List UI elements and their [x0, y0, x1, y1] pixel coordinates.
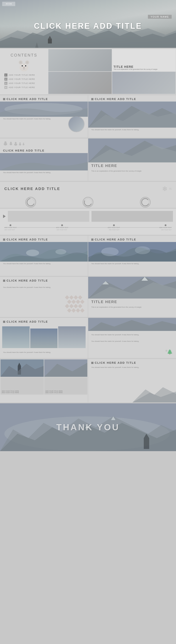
contents-right: TITLE HERE This is an explanation of the… — [48, 49, 176, 94]
slide-2a-title[interactable]: CLICK HERE ADD TITLE — [3, 149, 44, 152]
svg-marker-54 — [69, 304, 74, 308]
title-icon-3a — [3, 238, 5, 241]
tree-icon: 🌲 — [167, 349, 173, 355]
slide-3b-title[interactable]: CLICK HERE ADD TITLE — [95, 238, 136, 241]
svg-point-13 — [26, 61, 28, 64]
svg-rect-80 — [144, 438, 149, 449]
slide-half-1b: CLICK HERE ADD TITLE You should have the… — [88, 95, 176, 138]
slide-half-4b: TITLE HERE This is an explanation of the… — [88, 277, 176, 317]
slide-2b-image — [88, 138, 176, 162]
slide-5a-title[interactable]: CLICK HERE ADD TITLE — [7, 320, 48, 323]
timeline-img-2 — [91, 211, 173, 222]
thankyou-text[interactable]: THANK YOU — [56, 422, 120, 432]
slide-2a-image — [0, 153, 88, 170]
slide-6b-title[interactable]: CLICK HERE ADD TITLE — [95, 361, 136, 364]
slide-5b-body2: You should have the realm for yourself. … — [88, 339, 176, 344]
contents-item-2: 2 ADD YOUR TITLE HERE — [4, 78, 44, 81]
svg-point-11 — [23, 66, 25, 69]
slide-full-1: CLICK HERE ADD TITLE ❄ 01 ADD YOUR TEXT … — [0, 182, 176, 208]
hero-name-badge[interactable]: YOUR NAME — [148, 15, 172, 19]
title-icon-3b — [91, 238, 93, 241]
contents-cell-3 — [48, 72, 112, 94]
slide-row-2: CLICK HERE ADD TITLE You should have the… — [0, 138, 176, 181]
contents-list: 1 ADD YOUR TITLE HERE 2 ADD YOUR TITLE H… — [4, 74, 44, 90]
slide-4b-title[interactable]: TITLE HERE — [91, 300, 117, 304]
progress-circle-1: ADD YOUR TEXT — [25, 197, 37, 208]
svg-marker-57 — [67, 308, 71, 313]
slide-half-2b: TITLE HERE This is an explanation of the… — [88, 138, 176, 181]
slide-3a-body: You should have the realm for yourself. … — [0, 262, 88, 266]
full-1-title-row: CLICK HERE ADD TITLE ❄ 01 — [0, 182, 176, 194]
app-logo: 演示文稿 — [2, 2, 15, 6]
svg-point-20 — [4, 141, 7, 144]
slide-row-5: CLICK HERE ADD TITLE You should have the… — [0, 318, 176, 358]
slide-4a-title-row: CLICK HERE ADD TITLE — [0, 277, 88, 283]
timeline-text-2: ADD YOUR TEXT — [56, 227, 68, 228]
svg-marker-58 — [71, 308, 76, 313]
svg-point-38 — [142, 198, 149, 206]
v-strip-3 — [58, 326, 86, 348]
slide-1b-title[interactable]: CLICK HERE ADD TITLE — [95, 98, 136, 101]
svg-point-23 — [14, 144, 17, 146]
svg-point-43 — [101, 248, 119, 256]
timeline-item-4: ADD YOUR TEXT — [159, 224, 172, 228]
slide-4b-title-row: TITLE HERE — [88, 298, 176, 305]
timeline-sub-2: ADD YOUR TEXT — [57, 229, 67, 230]
hero-title[interactable]: CLICK HERE ADD TITLE — [34, 22, 142, 31]
mountain-silhouette — [132, 385, 176, 402]
zigzag-pattern — [65, 295, 85, 313]
slide-3b-body: You should have the realm for yourself. … — [88, 262, 176, 266]
img-grid-cell-4: ADD YOUR TITLE HERE ADD YOUR TITLE HERE — [44, 377, 88, 394]
v-strip-2 — [30, 328, 58, 348]
slide-2a-body: You should have the realm for yourself. … — [0, 170, 88, 175]
title-icon-5a — [3, 321, 5, 323]
svg-point-26 — [19, 142, 21, 144]
slide-row-3: CLICK HERE ADD TITLE You should have the… — [0, 236, 176, 276]
timeline-text-4: ADD YOUR TEXT — [159, 227, 172, 228]
slide-half-1a: CLICK HERE ADD TITLE You should have the… — [0, 95, 88, 138]
slide-2a-title-row: CLICK HERE ADD TITLE — [0, 148, 88, 153]
svg-marker-53 — [65, 304, 69, 308]
timeline-sub-1: ADD YOUR TEXT — [4, 229, 15, 230]
svg-marker-52 — [80, 300, 85, 304]
slide-4a-title[interactable]: CLICK HERE ADD TITLE — [7, 279, 48, 282]
slide-1a-title-row: CLICK HERE ADD TITLE — [0, 95, 88, 102]
svg-marker-49 — [67, 300, 71, 304]
slide-3a-title[interactable]: CLICK HERE ADD TITLE — [7, 238, 48, 241]
timeline-text-3: ADD YOUR TEXT — [108, 227, 120, 228]
title-icon-1b — [91, 98, 93, 100]
slide-thankyou: THANK YOU — [0, 403, 176, 451]
slide-half-6b: CLICK HERE ADD TITLE You should have the… — [88, 359, 176, 402]
animal-icons — [2, 140, 28, 146]
timeline-item-2: ADD YOUR TEXT — [56, 224, 68, 228]
progress-circle-3: ADD YOUR TEXT — [139, 197, 151, 208]
slide-2a-animals — [0, 138, 88, 148]
slide-3a-title-row: CLICK HERE ADD TITLE — [0, 236, 88, 242]
slide-2b-title[interactable]: TITLE HERE — [91, 164, 117, 168]
slide-timeline: ADD YOUR TEXT ADD YOUR TEXT ADD YOUR TEX… — [0, 209, 176, 235]
progress-row: ADD YOUR TEXT ADD YOUR TEXT ADD YOUR TEX… — [0, 194, 176, 208]
title-here-label: TITLE HERE — [113, 65, 174, 68]
img-grid-cell-2 — [44, 360, 88, 377]
slide-half-6a: ADD YOUR TITLE HERE ADD YOUR TITLE HERE … — [0, 359, 88, 402]
slide-num: 01 — [169, 188, 172, 190]
progress-circle-2: ADD YOUR TEXT — [82, 197, 94, 208]
svg-point-44 — [135, 246, 150, 254]
title-icon-1a — [3, 98, 5, 100]
svg-point-28 — [23, 143, 24, 144]
slide-5b-body1: You should have the realm for yourself. … — [88, 333, 176, 337]
full-1-title[interactable]: CLICK HERE ADD TITLE — [4, 187, 60, 191]
v-strip-1 — [2, 326, 30, 348]
title-icon-4a — [3, 280, 5, 282]
arrow-icon — [3, 214, 6, 218]
contents-cell-2: TITLE HERE This is an explanation of the… — [112, 49, 175, 71]
contents-item-4: 4 ADD YOUR TITLE HERE — [4, 86, 44, 89]
timeline-item-1: ADD YOUR TEXT — [4, 224, 17, 228]
slide-half-3b: CLICK HERE ADD TITLE You should have the… — [88, 236, 176, 276]
slide-1b-body: You should have the realm for yourself. … — [88, 128, 176, 132]
dot-accent — [165, 350, 167, 352]
slide-1a-title[interactable]: CLICK HERE ADD TITLE — [7, 98, 48, 101]
timeline-container: ADD YOUR TEXT ADD YOUR TEXT ADD YOUR TEX… — [4, 224, 172, 230]
snowflake-icon: ❄ — [162, 185, 167, 193]
img-grid-2x2: ADD YOUR TITLE HERE ADD YOUR TITLE HERE … — [0, 359, 88, 395]
